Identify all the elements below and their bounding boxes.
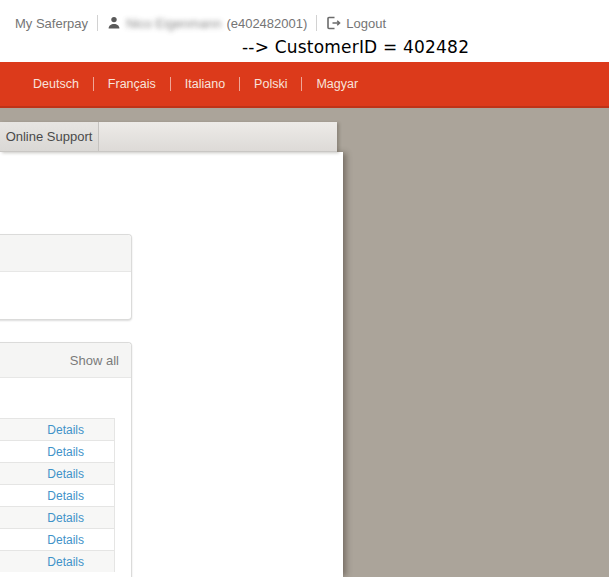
table-row[interactable]: Details: [0, 550, 114, 572]
logout-icon: [326, 16, 341, 30]
language-link-francais[interactable]: Français: [108, 77, 156, 91]
details-link[interactable]: Details: [47, 555, 84, 569]
divider: [97, 15, 98, 31]
divider: [170, 77, 171, 91]
content-panel: Show all Details Details Details Details…: [0, 152, 343, 577]
details-link[interactable]: Details: [47, 511, 84, 525]
details-link[interactable]: Details: [47, 467, 84, 481]
show-all-link[interactable]: Show all: [70, 353, 119, 368]
recent-transactions-header: Show all: [0, 343, 131, 378]
language-link-polski[interactable]: Polski: [254, 77, 287, 91]
recent-transactions-card: Show all Details Details Details Details…: [0, 342, 132, 577]
divider: [316, 15, 317, 31]
table-row[interactable]: Details: [0, 462, 114, 484]
language-link-deutsch[interactable]: Deutsch: [33, 77, 79, 91]
details-link[interactable]: Details: [47, 445, 84, 459]
details-link[interactable]: Details: [47, 533, 84, 547]
divider: [301, 77, 302, 91]
form-card: [0, 234, 132, 320]
details-link[interactable]: Details: [47, 423, 84, 437]
form-card-header: [0, 235, 131, 272]
my-saferpay-link[interactable]: My Saferpay: [15, 16, 88, 31]
table-row[interactable]: Details: [0, 440, 114, 462]
account-id: (e402482001): [226, 16, 307, 31]
divider: [93, 77, 94, 91]
details-link[interactable]: Details: [47, 489, 84, 503]
logout-button[interactable]: Logout: [326, 16, 386, 31]
customer-id-annotation: --> CustomerID = 402482: [242, 37, 469, 57]
language-link-italiano[interactable]: Italiano: [185, 77, 225, 91]
table-row[interactable]: Details: [0, 484, 114, 506]
language-bar: Deutsch Français Italiano Polski Magyar: [0, 62, 609, 108]
user-account-link[interactable]: Nico Eigenmann (e402482001): [107, 16, 307, 31]
table-row[interactable]: Details: [0, 418, 114, 440]
person-icon: [107, 16, 121, 30]
language-link-magyar[interactable]: Magyar: [316, 77, 358, 91]
table-row[interactable]: Details: [0, 528, 114, 550]
divider: [239, 77, 240, 91]
user-name: Nico Eigenmann: [126, 16, 221, 31]
table-row[interactable]: Details: [0, 506, 114, 528]
transactions-table: Details Details Details Details Details …: [0, 418, 115, 572]
tab-bar: Online Support: [0, 122, 337, 152]
logout-label: Logout: [346, 16, 386, 31]
tab-online-support[interactable]: Online Support: [0, 122, 99, 151]
